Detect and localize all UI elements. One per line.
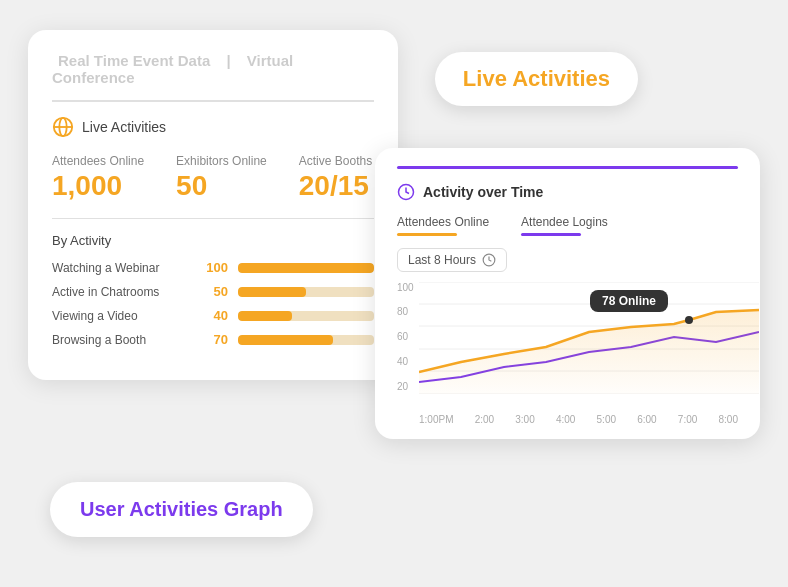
activity-bar-bg: [238, 311, 374, 321]
activities-list: Watching a Webinar 100 Active in Chatroo…: [52, 260, 374, 347]
activity-name: Watching a Webinar: [52, 261, 192, 275]
activity-name: Browsing a Booth: [52, 333, 192, 347]
y-labels: 20 40 60 80 100: [397, 282, 414, 392]
card-left: Real Time Event Data | Virtual Conferenc…: [28, 30, 398, 380]
divider-middle: [52, 218, 374, 220]
legend-attendees: Attendees Online: [397, 215, 489, 236]
user-activities-bubble: User Activities Graph: [50, 482, 313, 537]
activity-count: 70: [192, 332, 228, 347]
stats-row: Attendees Online 1,000 Exhibitors Online…: [52, 154, 374, 202]
activity-count: 50: [192, 284, 228, 299]
svg-point-12: [685, 316, 693, 324]
user-activities-label: User Activities Graph: [80, 498, 283, 520]
chart-area: 78 Online 20 40 60 80 100: [397, 282, 738, 412]
top-line: [397, 166, 738, 169]
by-activity-label: By Activity: [52, 233, 374, 248]
time-filter-icon: [482, 253, 496, 267]
activity-row: Active in Chatrooms 50: [52, 284, 374, 299]
stat-label: Exhibitors Online: [176, 154, 267, 168]
card-right: Activity over Time Attendees Online Atte…: [375, 148, 760, 439]
stat-item: Exhibitors Online 50: [176, 154, 267, 202]
activity-time-header: Activity over Time: [397, 183, 738, 201]
legend-logins: Attendee Logins: [521, 215, 608, 236]
activity-count: 40: [192, 308, 228, 323]
divider-top: [52, 100, 374, 102]
activity-bar-bg: [238, 335, 374, 345]
stat-value: 50: [176, 170, 267, 202]
card-title: Real Time Event Data | Virtual Conferenc…: [52, 52, 374, 86]
legend-row: Attendees Online Attendee Logins: [397, 215, 738, 236]
activity-row: Browsing a Booth 70: [52, 332, 374, 347]
activity-bar: [238, 335, 333, 345]
chart-tooltip: 78 Online: [590, 290, 668, 312]
stat-label: Attendees Online: [52, 154, 144, 168]
live-activities-callout: Live Activities: [435, 52, 638, 106]
callout-label: Live Activities: [463, 66, 610, 91]
stat-label: Active Booths: [299, 154, 372, 168]
activity-count: 100: [192, 260, 228, 275]
activity-name: Viewing a Video: [52, 309, 192, 323]
legend-logins-line: [521, 233, 581, 236]
legend-attendees-label: Attendees Online: [397, 215, 489, 229]
stat-item: Active Booths 20/15: [299, 154, 372, 202]
x-labels: 1:00PM 2:00 3:00 4:00 5:00 6:00 7:00 8:0…: [397, 412, 738, 425]
stat-value: 1,000: [52, 170, 144, 202]
live-header: Live Activities: [52, 116, 374, 138]
stat-item: Attendees Online 1,000: [52, 154, 144, 202]
clock-icon: [397, 183, 415, 201]
activity-bar: [238, 263, 374, 273]
activity-bar: [238, 287, 306, 297]
activity-bar-bg: [238, 287, 374, 297]
legend-attendees-line: [397, 233, 457, 236]
scene: Live Activities Real Time Event Data | V…: [0, 0, 788, 587]
time-filter[interactable]: Last 8 Hours: [397, 248, 507, 272]
legend-logins-label: Attendee Logins: [521, 215, 608, 229]
svg-marker-11: [419, 310, 759, 394]
activity-row: Viewing a Video 40: [52, 308, 374, 323]
globe-icon: [52, 116, 74, 138]
activity-row: Watching a Webinar 100: [52, 260, 374, 275]
activity-time-title: Activity over Time: [423, 184, 543, 200]
live-label: Live Activities: [82, 119, 166, 135]
activity-bar: [238, 311, 292, 321]
activity-name: Active in Chatrooms: [52, 285, 192, 299]
stat-value: 20/15: [299, 170, 372, 202]
activity-bar-bg: [238, 263, 374, 273]
